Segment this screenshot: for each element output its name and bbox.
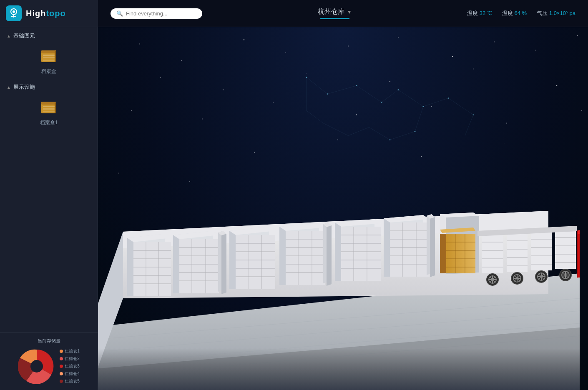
svg-point-33 [131, 110, 132, 111]
svg-rect-15 [55, 102, 56, 113]
svg-point-41 [254, 152, 255, 153]
svg-rect-179 [507, 232, 528, 272]
legend-item-3: 仁德仓4 [60, 371, 80, 377]
svg-point-30 [389, 81, 390, 82]
svg-point-34 [202, 119, 203, 120]
search-input[interactable] [126, 10, 193, 17]
svg-rect-203 [555, 229, 576, 269]
svg-rect-7 [43, 57, 55, 58]
section-basic[interactable]: ▲ 基础图元 [0, 27, 98, 43]
svg-point-20 [285, 52, 286, 52]
section-display[interactable]: ▲ 展示设施 [0, 78, 98, 94]
pie-legend: 仁德仓1 仁德仓2 仁德仓3 仁德仓4 仁德仓5 [60, 348, 80, 384]
svg-rect-13 [43, 108, 55, 110]
svg-point-62 [306, 77, 307, 78]
svg-line-48 [327, 86, 357, 94]
svg-point-18 [181, 60, 182, 61]
svg-line-55 [348, 128, 369, 136]
svg-rect-12 [43, 106, 55, 107]
legend-dot-3 [60, 372, 63, 375]
svg-point-68 [415, 131, 416, 132]
nav-title[interactable]: 杭州仓库 ▼ [318, 8, 352, 16]
svg-point-28 [223, 89, 224, 90]
svg-rect-215 [578, 234, 580, 278]
svg-point-42 [337, 140, 338, 140]
legend-label-2: 仁德仓3 [65, 363, 80, 369]
svg-line-49 [357, 86, 382, 102]
svg-point-19 [244, 39, 244, 40]
svg-point-71 [473, 114, 474, 115]
svg-marker-165 [440, 234, 446, 273]
svg-rect-11 [41, 102, 56, 105]
svg-point-65 [381, 102, 382, 103]
svg-point-35 [273, 102, 274, 103]
svg-line-53 [390, 132, 415, 140]
svg-point-39 [581, 110, 582, 111]
svg-marker-115 [229, 231, 236, 289]
header-center: 🔍 杭州仓库 ▼ 温度 32 ℃ 温度 64 % 气压 1.0×10⁵ pa [98, 0, 588, 27]
svg-point-69 [389, 139, 391, 140]
svg-point-37 [431, 106, 432, 107]
sidebar: ▲ 基础图元 档案盒 ▲ 展示设施 [0, 27, 98, 390]
main-view[interactable] [98, 27, 588, 390]
svg-point-44 [504, 144, 505, 145]
search-box[interactable]: 🔍 [111, 8, 202, 19]
nav-underline [320, 18, 349, 19]
legend-item-4: 仁德仓5 [60, 378, 80, 384]
nav-center: 杭州仓库 ▼ [318, 8, 352, 19]
svg-point-31 [473, 69, 474, 70]
svg-marker-129 [327, 225, 332, 286]
logo-icon [6, 5, 22, 21]
svg-line-54 [369, 128, 390, 140]
svg-marker-126 [279, 227, 286, 285]
archive-box-icon [40, 47, 58, 65]
svg-line-56 [323, 123, 348, 136]
svg-point-36 [356, 114, 357, 115]
svg-point-67 [423, 106, 424, 107]
svg-point-70 [448, 98, 449, 99]
collapse-icon-2: ▲ [7, 85, 11, 90]
svg-point-40 [171, 144, 171, 145]
svg-line-59 [423, 98, 448, 107]
svg-point-29 [306, 73, 307, 74]
search-icon: 🔍 [116, 10, 123, 17]
legend-item-1: 仁德仓2 [60, 356, 80, 362]
svg-point-23 [452, 56, 453, 57]
svg-point-26 [577, 35, 578, 36]
svg-rect-158 [446, 234, 475, 273]
svg-rect-6 [43, 55, 55, 56]
svg-marker-90 [127, 238, 133, 296]
legend-label-1: 仁德仓2 [65, 356, 80, 362]
logo-text: Hightopo [26, 9, 66, 18]
sidebar-item-archive-box1[interactable]: 档案盒1 [0, 94, 98, 130]
pie-chart [18, 348, 55, 385]
svg-rect-9 [55, 51, 56, 62]
svg-point-1 [13, 10, 15, 13]
svg-point-24 [494, 42, 495, 42]
svg-point-25 [535, 50, 536, 51]
nav-dropdown-arrow[interactable]: ▼ [347, 9, 352, 15]
logo-area: Hightopo [0, 0, 98, 27]
svg-line-51 [398, 90, 423, 107]
svg-line-50 [382, 90, 398, 102]
svg-marker-101 [173, 235, 179, 293]
status-humidity: 温度 64 % [502, 10, 527, 17]
svg-rect-5 [41, 50, 56, 53]
svg-line-52 [415, 107, 423, 132]
svg-line-61 [465, 115, 473, 136]
chart-title: 当前存储量 [4, 338, 93, 344]
section-basic-label: 基础图元 [13, 32, 35, 40]
pie-container: 仁德仓1 仁德仓2 仁德仓3 仁德仓4 仁德仓5 [4, 348, 93, 385]
archive-box1-label: 档案盒1 [40, 119, 58, 126]
svg-marker-217 [577, 231, 578, 278]
svg-marker-154 [430, 217, 435, 277]
collapse-icon: ▲ [7, 34, 11, 38]
svg-line-60 [448, 98, 473, 115]
svg-point-17 [139, 44, 140, 45]
svg-point-21 [348, 46, 349, 47]
svg-point-38 [506, 123, 507, 124]
svg-rect-14 [43, 111, 55, 112]
status-bar: 温度 32 ℃ 温度 64 % 气压 1.0×10⁵ pa [467, 10, 575, 17]
legend-dot-1 [60, 357, 63, 360]
sidebar-item-archive-box[interactable]: 档案盒 [0, 43, 98, 78]
